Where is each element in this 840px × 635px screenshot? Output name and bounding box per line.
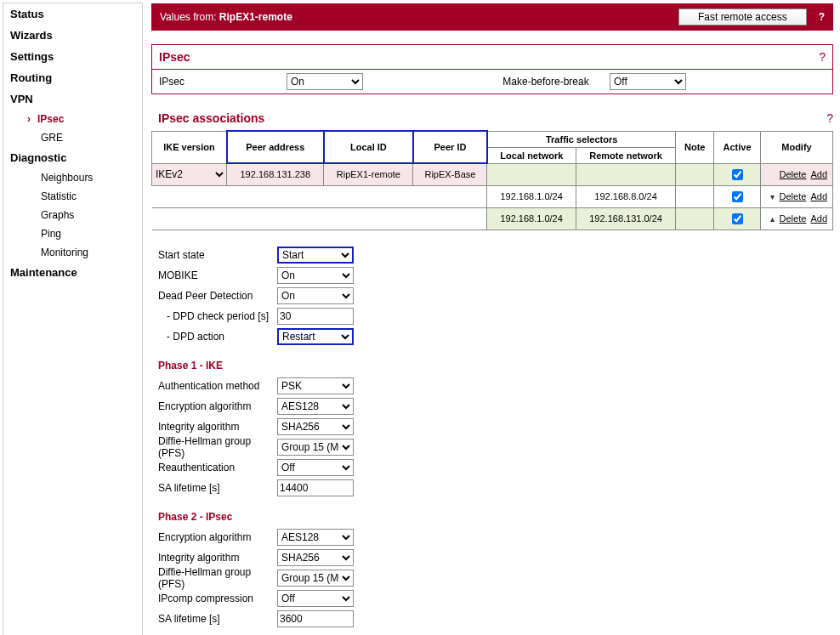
nav-vpn[interactable]: VPN <box>3 88 142 110</box>
sa2-input[interactable] <box>277 610 354 627</box>
th-peer-address: Peer address <box>227 131 324 163</box>
mobike-label: MOBIKE <box>158 269 277 281</box>
peer-id-cell: RipEX-Base <box>413 163 487 185</box>
collapse-icon[interactable]: ▾ <box>770 192 775 201</box>
nav-diagnostic[interactable]: Diagnostic <box>3 147 142 168</box>
add-link-2[interactable]: Add <box>810 191 827 201</box>
enc1-label: Encryption algorithm <box>158 400 277 412</box>
th-note: Note <box>676 131 714 163</box>
add-link-1[interactable]: Add <box>810 169 827 179</box>
nav-statistic[interactable]: Statistic <box>3 187 142 206</box>
start-state-select[interactable]: Start <box>277 247 354 264</box>
delete-link-3[interactable]: Delete <box>780 213 807 224</box>
ike-version-select[interactable]: IKEv2 <box>152 166 226 183</box>
ipsec-panel: IPsec ? IPsec On Make-before-break Off <box>151 44 833 94</box>
mbb-label: Make-before-break <box>482 76 610 88</box>
associations-title: IPsec associations <box>158 111 264 125</box>
assoc-row-1: IKEv2 192.168.131.238 RipEX1-remote RipE… <box>152 163 833 185</box>
sa1-label: SA lifetime [s] <box>158 482 277 494</box>
settings-form: Start state Start MOBIKE On Dead Peer De… <box>151 246 833 636</box>
dpd-period-label: - DPD check period [s] <box>158 310 277 322</box>
remote-net-cell-2: 192.168.8.0/24 <box>576 185 676 207</box>
header-device-name: RipEX1-remote <box>219 11 292 23</box>
ipsec-panel-title: IPsec <box>159 50 190 64</box>
reauth-select[interactable]: Off <box>277 459 354 476</box>
nav-routing[interactable]: Routing <box>3 67 142 88</box>
ipsec-select[interactable]: On <box>287 73 363 90</box>
th-remote-network: Remote network <box>576 147 676 163</box>
nav-monitoring[interactable]: Monitoring <box>3 243 142 262</box>
th-local-network: Local network <box>487 147 576 163</box>
th-peer-id: Peer ID <box>413 131 487 163</box>
auth-select[interactable]: PSK <box>277 377 354 394</box>
th-local-id: Local ID <box>324 131 413 163</box>
int1-label: Integrity algorithm <box>158 421 277 433</box>
assoc-row-2: 192.168.1.0/24 192.168.8.0/24 ▾Delete Ad… <box>152 185 833 207</box>
nav-neighbours[interactable]: Neighbours <box>3 168 142 187</box>
nav-settings[interactable]: Settings <box>3 46 142 67</box>
nav-maintenance[interactable]: Maintenance <box>3 262 142 283</box>
header-bar: Values from: RipEX1-remote Fast remote a… <box>151 3 833 31</box>
ipsec-panel-help-icon[interactable]: ? <box>819 50 826 64</box>
th-modify: Modify <box>761 131 833 163</box>
int2-select[interactable]: SHA256 <box>277 549 354 566</box>
fast-remote-access-button[interactable]: Fast remote access <box>678 9 807 26</box>
expand-icon[interactable]: ▴ <box>770 214 775 224</box>
add-link-3[interactable]: Add <box>810 213 827 224</box>
enc2-label: Encryption algorithm <box>158 531 277 543</box>
mobike-select[interactable]: On <box>277 267 354 284</box>
th-ike-version: IKE version <box>152 131 227 163</box>
dh1-select[interactable]: Group 15 (MO <box>277 439 354 456</box>
int1-select[interactable]: SHA256 <box>277 418 354 435</box>
active-checkbox-3[interactable] <box>732 213 743 224</box>
local-net-cell-2: 192.168.1.0/24 <box>487 185 576 207</box>
nav-graphs[interactable]: Graphs <box>3 206 142 224</box>
int2-label: Integrity algorithm <box>158 552 277 564</box>
delete-link-1[interactable]: Delete <box>780 169 807 179</box>
dh2-select[interactable]: Group 15 (MO <box>277 570 354 587</box>
active-checkbox-2[interactable] <box>732 191 743 202</box>
start-state-label: Start state <box>158 249 277 261</box>
remote-net-cell-3: 192.168.131.0/24 <box>576 207 676 230</box>
th-traffic-selectors: Traffic selectors <box>487 131 676 147</box>
ipcomp-label: IPcomp compression <box>158 592 277 604</box>
nav-ipsec[interactable]: IPsec <box>3 110 142 128</box>
ipsec-label: IPsec <box>159 76 287 88</box>
sa2-label: SA lifetime [s] <box>158 613 277 625</box>
phase1-title: Phase 1 - IKE <box>158 360 833 371</box>
assoc-row-3: 192.168.1.0/24 192.168.131.0/24 ▴Delete … <box>152 207 833 230</box>
auth-label: Authentication method <box>158 380 277 392</box>
mbb-select[interactable]: Off <box>610 73 686 90</box>
associations-help-icon[interactable]: ? <box>826 111 833 125</box>
dpd-label: Dead Peer Detection <box>158 290 277 302</box>
sidebar: Status Wizards Settings Routing VPN IPse… <box>3 3 143 635</box>
main-content: Values from: RipEX1-remote Fast remote a… <box>143 0 840 635</box>
dpd-period-input[interactable] <box>277 308 354 325</box>
delete-link-2[interactable]: Delete <box>780 191 807 201</box>
dpd-action-select[interactable]: Restart <box>277 328 354 345</box>
active-checkbox-1[interactable] <box>732 169 743 180</box>
nav-status[interactable]: Status <box>3 3 142 25</box>
local-net-cell-3: 192.168.1.0/24 <box>487 207 576 230</box>
associations-panel: IPsec associations ? IKE version Peer ad… <box>151 108 833 635</box>
reauth-label: Reauthentication <box>158 462 277 473</box>
header-prefix: Values from: <box>160 11 219 23</box>
header-help-icon[interactable]: ? <box>819 11 825 23</box>
sa1-input[interactable] <box>277 479 354 496</box>
header-values-from: Values from: RipEX1-remote <box>160 11 292 23</box>
phase2-title: Phase 2 - IPsec <box>158 511 833 523</box>
enc1-select[interactable]: AES128 <box>277 398 354 415</box>
local-id-cell: RipEX1-remote <box>324 163 413 185</box>
th-active: Active <box>714 131 761 163</box>
dh2-label: Diffie-Hellman group (PFS) <box>158 566 277 590</box>
ipcomp-select[interactable]: Off <box>277 590 354 607</box>
nav-gre[interactable]: GRE <box>3 128 142 147</box>
dpd-action-label: - DPD action <box>158 331 277 343</box>
peer-address-cell: 192.168.131.238 <box>227 163 324 185</box>
enc2-select[interactable]: AES128 <box>277 529 354 546</box>
nav-wizards[interactable]: Wizards <box>3 25 142 46</box>
dh1-label: Diffie-Hellman group (PFS) <box>158 435 277 459</box>
associations-table: IKE version Peer address Local ID Peer I… <box>151 130 833 230</box>
dpd-select[interactable]: On <box>277 287 354 304</box>
nav-ping[interactable]: Ping <box>3 224 142 243</box>
